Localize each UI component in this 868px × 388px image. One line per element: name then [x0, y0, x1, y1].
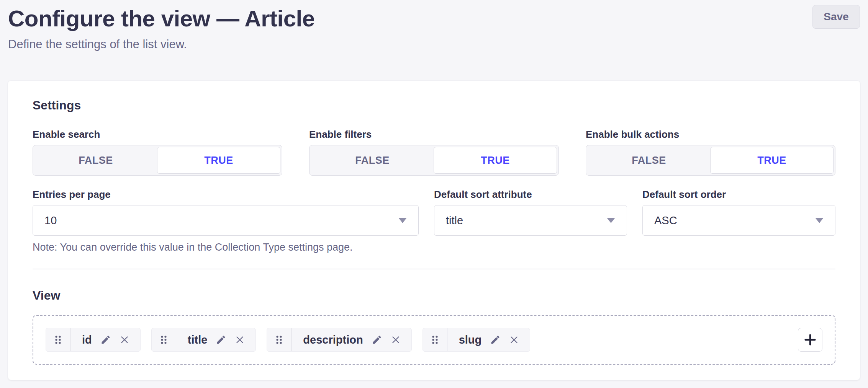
drag-handle-icon[interactable]	[46, 328, 70, 351]
edit-field-button[interactable]	[216, 334, 226, 345]
enable-filters-label: Enable filters	[309, 129, 559, 140]
pencil-icon	[490, 334, 501, 345]
save-button[interactable]: Save	[812, 5, 860, 29]
enable-bulk-actions-label: Enable bulk actions	[586, 129, 835, 140]
add-field-button[interactable]	[798, 328, 822, 352]
entries-per-page-hint: Note: You can override this value in the…	[33, 241, 419, 253]
remove-field-button[interactable]	[391, 335, 401, 345]
settings-section-heading: Settings	[33, 98, 835, 112]
enable-bulk-actions-toggle[interactable]: FALSE TRUE	[586, 145, 835, 176]
enable-search-true-option[interactable]: TRUE	[157, 147, 280, 174]
enable-filters-false-option[interactable]: FALSE	[311, 147, 434, 174]
edit-field-button[interactable]	[490, 334, 501, 345]
enable-filters-toggle[interactable]: FALSE TRUE	[309, 145, 559, 176]
plus-icon	[802, 332, 818, 347]
entries-per-page-field: Entries per page 10 Note: You can overri…	[33, 189, 419, 253]
page-header: Configure the view — Article Define the …	[0, 0, 868, 81]
section-divider	[33, 269, 835, 269]
default-sort-order-select[interactable]: ASC	[642, 205, 835, 236]
page-subtitle: Define the settings of the list view.	[8, 37, 860, 51]
edit-field-button[interactable]	[100, 334, 111, 345]
pencil-icon	[100, 334, 111, 345]
field-pill-label: slug	[459, 334, 482, 346]
default-sort-attribute-select[interactable]: title	[434, 205, 627, 236]
drag-handle-icon[interactable]	[267, 328, 292, 351]
pencil-icon	[372, 334, 382, 345]
field-pill-description[interactable]: description	[267, 328, 411, 352]
drag-handle-icon[interactable]	[152, 328, 176, 351]
field-pill-slug[interactable]: slug	[423, 328, 531, 352]
default-sort-attribute-value: title	[446, 214, 463, 227]
pencil-icon	[216, 334, 226, 345]
chevron-down-icon	[607, 218, 615, 223]
view-section-heading: View	[33, 289, 835, 303]
enable-bulk-actions-field: Enable bulk actions FALSE TRUE	[586, 129, 835, 176]
entries-per-page-select[interactable]: 10	[33, 205, 419, 236]
edit-field-button[interactable]	[372, 334, 382, 345]
close-icon	[120, 335, 129, 345]
field-pill-title[interactable]: title	[151, 328, 256, 352]
default-sort-order-field: Default sort order ASC	[642, 189, 835, 253]
enable-search-false-option[interactable]: FALSE	[34, 147, 157, 174]
default-sort-order-value: ASC	[654, 214, 677, 227]
chevron-down-icon	[815, 218, 824, 223]
page-title: Configure the view — Article	[8, 6, 860, 31]
chevron-down-icon	[398, 218, 407, 223]
enable-search-label: Enable search	[33, 129, 282, 140]
remove-field-button[interactable]	[509, 335, 519, 345]
default-sort-order-label: Default sort order	[642, 189, 835, 201]
close-icon	[391, 335, 401, 345]
close-icon	[509, 335, 519, 345]
field-pill-label: title	[188, 334, 208, 346]
enable-bulk-actions-true-option[interactable]: TRUE	[710, 147, 834, 174]
enable-bulk-actions-false-option[interactable]: FALSE	[588, 147, 710, 174]
drag-handle-icon[interactable]	[423, 328, 447, 351]
enable-search-toggle[interactable]: FALSE TRUE	[33, 145, 282, 176]
default-sort-attribute-field: Default sort attribute title	[434, 189, 627, 253]
entries-per-page-value: 10	[44, 214, 57, 227]
view-fields-dropzone: id title	[33, 315, 835, 365]
field-pill-label: description	[303, 334, 363, 346]
selects-row: Entries per page 10 Note: You can overri…	[33, 189, 835, 253]
remove-field-button[interactable]	[120, 335, 129, 345]
close-icon	[235, 335, 245, 345]
field-pill-label: id	[82, 334, 92, 346]
entries-per-page-label: Entries per page	[33, 189, 419, 201]
enable-filters-true-option[interactable]: TRUE	[434, 147, 557, 174]
toggles-row: Enable search FALSE TRUE Enable filters …	[33, 129, 835, 176]
enable-filters-field: Enable filters FALSE TRUE	[309, 129, 559, 176]
field-pill-id[interactable]: id	[46, 328, 141, 352]
settings-card: Settings Enable search FALSE TRUE Enable…	[8, 81, 860, 380]
remove-field-button[interactable]	[235, 335, 245, 345]
default-sort-attribute-label: Default sort attribute	[434, 189, 627, 201]
enable-search-field: Enable search FALSE TRUE	[33, 129, 282, 176]
